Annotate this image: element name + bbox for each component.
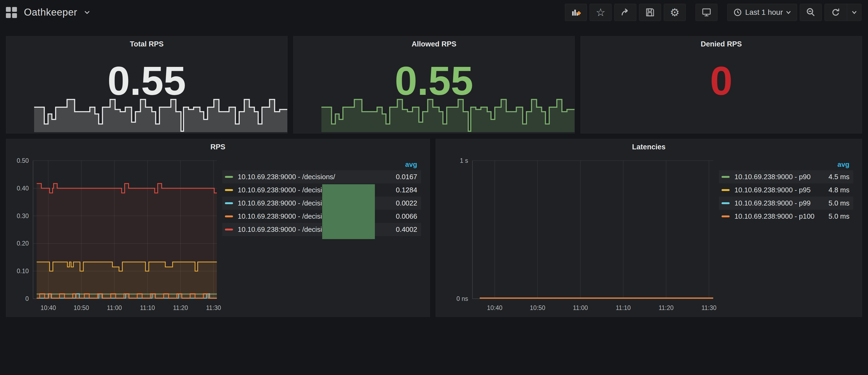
series-color-dash (225, 202, 233, 204)
svg-text:11:30: 11:30 (206, 304, 221, 311)
dashboards-grid-icon[interactable] (6, 7, 17, 18)
time-range-picker[interactable]: Last 1 hour (727, 4, 797, 21)
star-icon: ☆ (596, 7, 606, 18)
latencies-legend: avg 10.10.69.238:9000 - p90 4.5 ms 10.10… (719, 158, 853, 223)
svg-text:11:20: 11:20 (173, 304, 188, 311)
time-range-label: Last 1 hour (745, 8, 783, 17)
series-color-dash (721, 215, 730, 217)
refresh-interval-dropdown[interactable] (847, 4, 861, 21)
svg-text:0.40: 0.40 (17, 185, 29, 192)
legend-row[interactable]: 10.10.69.238:9000 - p90 4.5 ms (719, 170, 853, 184)
settings-button[interactable]: ⚙ (664, 4, 686, 21)
refresh-button[interactable] (825, 4, 847, 21)
rps-legend: avg 10.10.69.238:9000 - /decisions/ 0.01… (222, 158, 421, 236)
svg-text:11:30: 11:30 (702, 304, 716, 311)
svg-text:0.50: 0.50 (17, 157, 29, 164)
clock-icon (733, 8, 742, 17)
series-color-dash (225, 228, 233, 230)
bar-chart-add-icon (570, 7, 581, 18)
navbar: Oathkeeper ☆ ⚙ (0, 0, 868, 25)
rps-chart-plot[interactable]: 10:4010:5011:0011:1011:2011:3000.100.200… (8, 154, 221, 315)
series-color-dash (225, 189, 233, 191)
star-button[interactable]: ☆ (590, 4, 612, 21)
legend-row[interactable]: 10.10.69.238:9000 - /decisions/ 0.4002 (222, 223, 421, 236)
svg-text:10:40: 10:40 (40, 304, 56, 311)
legend-row[interactable]: 10.10.69.238:9000 - /decisions/ 0.1284 (222, 184, 421, 197)
legend-sort-avg[interactable]: avg (837, 160, 849, 169)
legend-row[interactable]: 10.10.69.238:9000 - p100 5.0 ms (719, 210, 853, 223)
save-button[interactable] (639, 4, 661, 21)
svg-text:11:10: 11:10 (140, 304, 155, 311)
green-overlay-artifact (322, 184, 375, 239)
series-color-dash (225, 215, 233, 217)
monitor-icon (701, 7, 712, 18)
stat-value: 0.55 (293, 58, 575, 104)
refresh-icon (831, 7, 841, 18)
save-icon (645, 7, 655, 18)
svg-text:0.10: 0.10 (17, 268, 29, 275)
share-button[interactable] (614, 4, 637, 21)
legend-row[interactable]: 10.10.69.238:9000 - p95 4.8 ms (719, 184, 853, 197)
panel-allowed-rps: Allowed RPS 0.55 (293, 36, 575, 133)
panel-title[interactable]: RPS (6, 143, 430, 151)
panel-title[interactable]: Latencies (436, 143, 862, 151)
stat-value: 0.55 (6, 58, 287, 104)
svg-text:0.30: 0.30 (17, 213, 29, 219)
latencies-chart-plot[interactable]: 10:4010:5011:0011:1011:2011:300 ns1 s (438, 154, 717, 315)
chevron-down-icon[interactable] (84, 10, 90, 14)
refresh-split-button (825, 4, 862, 21)
panel-denied-rps: Denied RPS 0 (581, 36, 862, 133)
caret-down-icon (852, 11, 857, 14)
panel-title[interactable]: Total RPS (6, 40, 287, 49)
svg-text:0: 0 (25, 295, 29, 302)
legend-row[interactable]: 10.10.69.238:9000 - /decisions/ 0.0022 (222, 197, 421, 210)
share-icon (620, 7, 630, 18)
svg-text:10:40: 10:40 (487, 304, 502, 311)
svg-text:10:50: 10:50 (530, 304, 545, 311)
series-color-dash (721, 202, 730, 204)
svg-text:11:10: 11:10 (616, 304, 631, 311)
svg-text:0 ns: 0 ns (456, 295, 468, 302)
series-color-dash (721, 176, 730, 178)
svg-text:11:20: 11:20 (658, 304, 674, 311)
panel-rps: RPS 10:4010:5011:0011:1011:2011:3000.100… (6, 139, 430, 317)
cycle-view-button[interactable] (695, 4, 717, 21)
svg-text:1 s: 1 s (460, 157, 468, 164)
legend-row[interactable]: 10.10.69.238:9000 - /decisions/ 0.0167 (222, 170, 421, 184)
svg-text:11:00: 11:00 (573, 304, 588, 311)
legend-row[interactable]: 10.10.69.238:9000 - /decisions/ 0.0066 (222, 210, 421, 223)
legend-row[interactable]: 10.10.69.238:9000 - p99 5.0 ms (719, 197, 853, 210)
legend-sort-avg[interactable]: avg (405, 160, 417, 169)
svg-text:0.20: 0.20 (17, 240, 29, 247)
series-color-dash (721, 189, 730, 191)
caret-down-icon (786, 11, 791, 14)
panel-title[interactable]: Denied RPS (581, 40, 862, 49)
gear-icon: ⚙ (670, 7, 680, 18)
dashboard-title[interactable]: Oathkeeper (24, 7, 77, 18)
panel-total-rps: Total RPS 0.55 (6, 36, 287, 133)
zoom-out-button[interactable] (800, 4, 822, 21)
magnifier-zoom-out-icon (806, 7, 816, 18)
panel-latencies: Latencies 10:4010:5011:0011:1011:2011:30… (436, 139, 862, 317)
series-color-dash (225, 176, 233, 178)
add-panel-button[interactable] (565, 4, 587, 21)
stat-value: 0 (581, 58, 862, 104)
svg-text:10:50: 10:50 (74, 304, 89, 311)
panel-title[interactable]: Allowed RPS (293, 40, 575, 49)
svg-text:11:00: 11:00 (107, 304, 122, 311)
